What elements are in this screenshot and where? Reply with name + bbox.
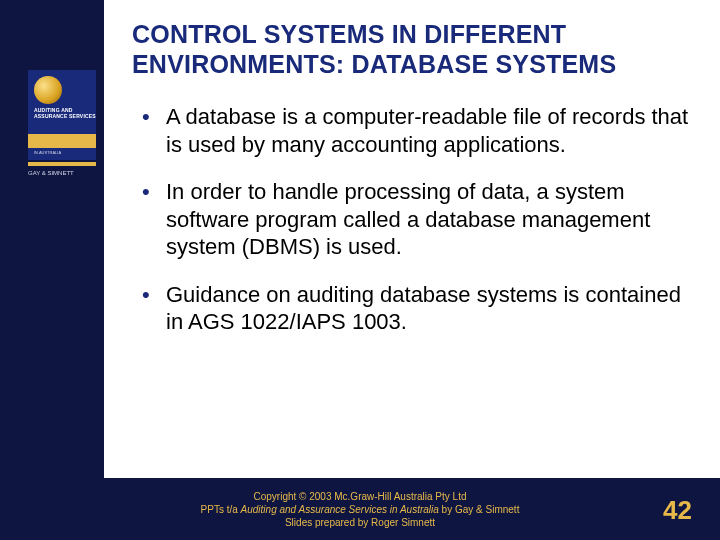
globe-icon <box>34 76 62 104</box>
footer: Copyright © 2003 Mc.Graw-Hill Australia … <box>0 478 720 540</box>
slide-title: CONTROL SYSTEMS IN DIFFERENT ENVIRONMENT… <box>132 20 692 79</box>
slide-number: 42 <box>663 495 692 526</box>
bullet-item: A database is a computer-readable file o… <box>138 103 692 158</box>
bullet-item: In order to handle processing of data, a… <box>138 178 692 261</box>
cover-title-line2: ASSURANCE SERVICES <box>34 113 96 119</box>
cover-accent-bar <box>28 134 96 148</box>
cover-title: AUDITING AND ASSURANCE SERVICES <box>34 108 96 119</box>
cover-divider <box>28 162 96 166</box>
footer-line1a: Copyright <box>253 491 299 502</box>
footer-line2a: PPTs t/a <box>201 504 241 515</box>
bullet-list: A database is a computer-readable file o… <box>132 103 692 336</box>
content-panel: CONTROL SYSTEMS IN DIFFERENT ENVIRONMENT… <box>104 0 720 478</box>
cover-author: GAY & SIMNETT <box>28 170 96 176</box>
cover-subtitle: IN AUSTRALIA <box>34 150 61 155</box>
footer-copyright: Copyright © 2003 Mc.Graw-Hill Australia … <box>201 490 520 529</box>
footer-line2c: by Gay & Simnett <box>442 504 520 515</box>
footer-line2b: Auditing and Assurance Services in Austr… <box>241 504 442 515</box>
slide: AUDITING AND ASSURANCE SERVICES IN AUSTR… <box>0 0 720 540</box>
book-cover-thumb: AUDITING AND ASSURANCE SERVICES IN AUSTR… <box>28 70 96 160</box>
footer-line3: Slides prepared by Roger Simnett <box>285 517 435 528</box>
bullet-item: Guidance on auditing database systems is… <box>138 281 692 336</box>
footer-line1b: 2003 Mc.Graw-Hill Australia Pty Ltd <box>306 491 466 502</box>
